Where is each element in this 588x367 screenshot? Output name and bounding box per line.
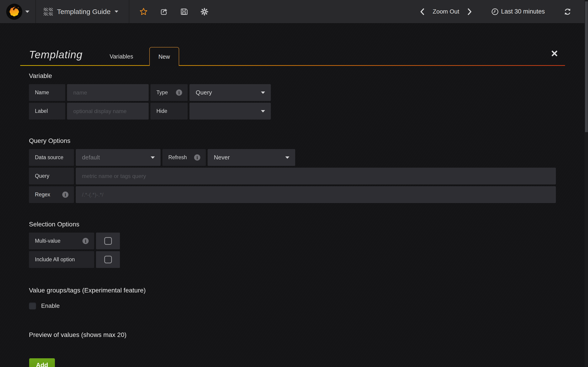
enable-checkbox[interactable] <box>29 302 36 309</box>
star-icon <box>139 8 148 16</box>
dashboard-icon <box>44 8 53 16</box>
chevron-down-icon <box>115 10 118 13</box>
section-title-value-groups: Value groups/tags (Experimental feature) <box>29 286 565 294</box>
templating-editor: Templating Variables New Variable Name T… <box>29 24 565 367</box>
scrollbar-thumb[interactable] <box>585 1 588 132</box>
share-button[interactable] <box>160 8 168 16</box>
refresh-icon <box>564 8 571 16</box>
add-button[interactable]: Add <box>29 358 55 367</box>
grafana-main-menu[interactable] <box>0 0 36 23</box>
name-input[interactable] <box>67 84 149 101</box>
page-header: Templating Variables New <box>29 24 565 66</box>
datasource-label: Data source <box>29 149 74 166</box>
label-label: Label <box>29 103 65 119</box>
page-title: Templating <box>29 48 82 61</box>
multi-value-checkbox[interactable] <box>96 233 120 249</box>
time-shift-back-button[interactable] <box>418 7 426 17</box>
enable-row: Enable <box>29 302 565 309</box>
chevron-down-icon <box>261 110 265 112</box>
multi-value-label: Multi-value i <box>29 233 94 249</box>
refresh-button[interactable] <box>562 6 573 17</box>
hide-select[interactable] <box>190 103 271 119</box>
navbar: Templating Guide <box>0 0 588 24</box>
time-controls: Zoom Out Last 30 minutes <box>418 0 588 23</box>
close-icon <box>551 50 558 57</box>
section-title-preview: Preview of values (shows max 20) <box>29 331 565 339</box>
info-icon[interactable]: i <box>62 192 69 198</box>
chevron-left-icon <box>420 8 424 15</box>
refresh-select[interactable]: Never <box>208 149 295 166</box>
enable-label: Enable <box>41 302 60 309</box>
tab-variables[interactable]: Variables <box>99 47 144 66</box>
zoom-out-button[interactable]: Zoom Out <box>433 8 459 15</box>
type-label: Type i <box>150 84 188 101</box>
query-options-form: Data source default Refresh i Never Quer… <box>29 149 565 203</box>
time-range-picker[interactable]: Last 30 minutes <box>491 8 545 15</box>
chevron-down-icon <box>261 92 265 94</box>
dashboard-title: Templating Guide <box>57 8 111 16</box>
share-icon <box>160 8 168 16</box>
settings-button[interactable] <box>200 7 209 16</box>
time-range-label: Last 30 minutes <box>501 8 545 15</box>
star-button[interactable] <box>139 8 148 16</box>
info-icon[interactable]: i <box>194 154 200 161</box>
checkbox-unchecked-icon <box>104 256 112 263</box>
refresh-label: Refresh i <box>162 149 206 166</box>
section-title-variable: Variable <box>29 72 565 80</box>
checkbox-unchecked-icon <box>104 237 112 245</box>
info-icon[interactable]: i <box>176 90 182 96</box>
hide-label: Hide <box>150 103 188 119</box>
regex-label: Regex i <box>29 186 74 203</box>
section-title-selection-options: Selection Options <box>29 220 565 228</box>
dashboard-actions <box>129 0 209 23</box>
gear-icon <box>200 7 209 16</box>
time-shift-forward-button[interactable] <box>466 7 473 17</box>
clock-icon <box>491 8 499 15</box>
chevron-down-icon <box>25 10 29 13</box>
tab-new[interactable]: New <box>149 47 179 66</box>
include-all-label: Include All option <box>29 251 94 268</box>
save-button[interactable] <box>180 8 188 16</box>
query-label: Query <box>29 168 74 184</box>
include-all-checkbox[interactable] <box>96 251 120 268</box>
datasource-select[interactable]: default <box>76 149 161 166</box>
page-scrollbar[interactable] <box>585 0 588 367</box>
info-icon[interactable]: i <box>82 238 89 244</box>
save-icon <box>180 8 188 16</box>
query-input[interactable] <box>76 168 556 184</box>
chevron-right-icon <box>467 8 472 15</box>
variable-form: Name Type i Query Label Hide <box>29 84 565 119</box>
name-label: Name <box>29 84 65 101</box>
close-button[interactable] <box>551 50 558 57</box>
dashboard-picker[interactable]: Templating Guide <box>36 0 129 23</box>
grafana-logo-icon <box>6 3 23 20</box>
regex-input[interactable] <box>76 186 556 203</box>
type-select[interactable]: Query <box>190 84 271 101</box>
selection-options-form: Multi-value i Include All option <box>29 233 565 268</box>
label-input[interactable] <box>67 103 149 119</box>
section-title-query-options: Query Options <box>29 137 565 145</box>
chevron-down-icon <box>151 156 155 159</box>
chevron-down-icon <box>285 156 289 159</box>
